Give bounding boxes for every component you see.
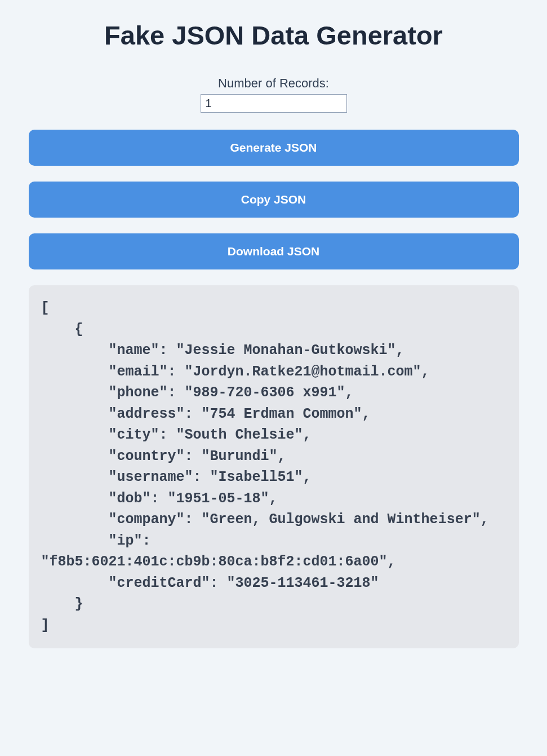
copy-button[interactable]: Copy JSON [29, 182, 519, 218]
page-title: Fake JSON Data Generator [29, 20, 519, 51]
records-input[interactable] [201, 94, 347, 113]
records-input-section: Number of Records: [29, 76, 519, 113]
download-button[interactable]: Download JSON [29, 233, 519, 269]
records-label: Number of Records: [29, 76, 519, 91]
json-output-box: [ { "name": "Jessie Monahan-Gutkowski", … [29, 285, 519, 648]
generate-button[interactable]: Generate JSON [29, 130, 519, 166]
json-output: [ { "name": "Jessie Monahan-Gutkowski", … [41, 298, 506, 636]
